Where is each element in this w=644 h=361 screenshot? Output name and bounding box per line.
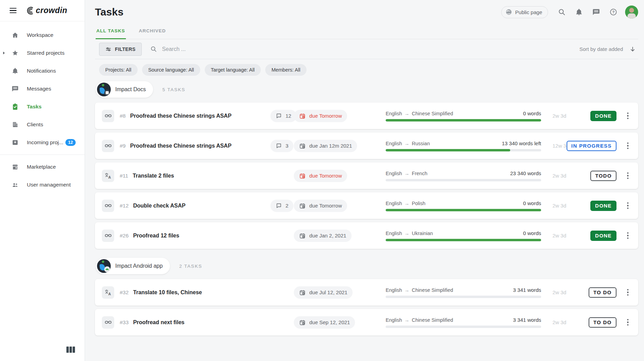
due-date-pill: due Tomorrow bbox=[294, 110, 347, 122]
task-row[interactable]: A #32 Translate 10 files, Chinese due Ju… bbox=[95, 279, 638, 306]
home-icon bbox=[11, 31, 19, 39]
sidebar-item-workspace[interactable]: Workspace bbox=[0, 26, 85, 44]
due-date-pill: due Tomorrow bbox=[294, 200, 347, 212]
task-title[interactable]: Translate 2 files bbox=[133, 173, 174, 179]
kebab-menu-icon[interactable] bbox=[626, 171, 630, 181]
arrow-right-icon: → bbox=[405, 201, 410, 206]
collapse-columns-icon[interactable] bbox=[66, 347, 75, 353]
sidebar-item-notifications[interactable]: Notifications bbox=[0, 62, 85, 80]
project-pill[interactable]: Impact Docs bbox=[96, 81, 153, 98]
task-row[interactable]: #26 Proofread 12 files due Jan 2, 2021 E… bbox=[95, 222, 638, 249]
hamburger-menu-icon[interactable] bbox=[8, 6, 19, 15]
kebab-menu-icon[interactable] bbox=[626, 288, 630, 297]
progress-bar bbox=[386, 179, 541, 181]
arrow-right-icon: → bbox=[405, 287, 410, 293]
sidebar-item-user-management[interactable]: User management bbox=[0, 176, 85, 194]
comments-pill[interactable]: 12 bbox=[270, 110, 297, 122]
task-row[interactable]: #8 Proofread these Chinese strings ASAP … bbox=[95, 103, 638, 129]
sort-label: Sort by date added bbox=[579, 46, 623, 52]
task-row[interactable]: #9 Proofread these Chinese strings ASAP … bbox=[95, 132, 638, 159]
expand-arrow-icon[interactable] bbox=[3, 52, 5, 54]
comment-icon bbox=[276, 142, 282, 149]
project-pill[interactable]: Impact Android app bbox=[96, 258, 170, 274]
crowdin-logo-mark-icon bbox=[24, 6, 34, 16]
source-language: English bbox=[386, 287, 402, 293]
filter-chip-source-language-all[interactable]: Source language: All bbox=[142, 64, 200, 76]
sidebar-item-starred-projects[interactable]: Starred projects bbox=[0, 44, 85, 62]
task-age: 2w 3d bbox=[552, 113, 566, 119]
user-avatar[interactable] bbox=[625, 6, 638, 19]
tab-all-tasks[interactable]: ALL TASKS bbox=[96, 25, 126, 39]
filters-label: FILTERS bbox=[115, 46, 136, 52]
task-title[interactable]: Proofread 12 files bbox=[133, 233, 179, 239]
group-task-count: 2 TASKS bbox=[179, 264, 202, 269]
sort-control[interactable]: Sort by date added bbox=[579, 46, 636, 53]
comments-pill[interactable]: 2 bbox=[270, 200, 293, 212]
task-title[interactable]: Translate 10 files, Chinese bbox=[133, 289, 202, 296]
language-progress: English→Chinese Simplified 3 341 words bbox=[386, 287, 541, 298]
progress-fill bbox=[386, 149, 510, 151]
notifications-button[interactable] bbox=[572, 5, 586, 19]
sidebar-item-label: User management bbox=[27, 182, 71, 188]
tab-archived[interactable]: ARCHIVED bbox=[138, 25, 167, 39]
calendar-icon bbox=[299, 289, 306, 296]
comments-pill[interactable]: 3 bbox=[270, 140, 293, 152]
status-badge: DONE bbox=[590, 111, 616, 121]
glasses-icon bbox=[102, 110, 114, 122]
due-date-label: due Sep 12, 2021 bbox=[309, 319, 350, 325]
sidebar-item-tasks[interactable]: Tasks bbox=[0, 98, 85, 116]
sort-direction-icon[interactable] bbox=[629, 46, 636, 53]
filter-chip-members-all[interactable]: Members: All bbox=[265, 64, 307, 76]
kebab-menu-icon[interactable] bbox=[626, 201, 630, 211]
project-avatar bbox=[97, 259, 111, 273]
task-row[interactable]: #12 Double check ASAP 2 due Tomorrow Eng… bbox=[95, 192, 638, 219]
project-avatar bbox=[97, 83, 111, 96]
search-input[interactable] bbox=[161, 46, 326, 53]
sidebar-item-label: Notifications bbox=[27, 68, 56, 74]
source-language: English bbox=[386, 201, 402, 206]
word-count: 3 341 words bbox=[513, 317, 541, 323]
translate-icon: A bbox=[102, 170, 114, 182]
task-title[interactable]: Proofread these Chinese strings ASAP bbox=[130, 143, 232, 149]
task-title[interactable]: Proofread these Chinese strings ASAP bbox=[130, 113, 232, 119]
messages-icon bbox=[11, 85, 19, 93]
arrow-right-icon: → bbox=[405, 317, 410, 323]
kebab-menu-icon[interactable] bbox=[626, 111, 630, 121]
progress-fill bbox=[386, 239, 541, 241]
sidebar-item-messages[interactable]: Messages bbox=[0, 80, 85, 98]
kebab-menu-icon[interactable] bbox=[626, 231, 630, 241]
sidebar-item-marketplace[interactable]: Marketplace bbox=[0, 158, 85, 176]
filters-button[interactable]: FILTERS bbox=[99, 43, 142, 56]
target-language: Chinese Simplified bbox=[412, 111, 453, 116]
source-language: English bbox=[386, 171, 402, 176]
task-title[interactable]: Double check ASAP bbox=[133, 203, 185, 209]
search-button[interactable] bbox=[555, 5, 569, 19]
messages-button[interactable] bbox=[589, 5, 603, 19]
search-icon bbox=[558, 8, 566, 16]
glasses-icon bbox=[102, 316, 114, 329]
page-title: Tasks bbox=[95, 6, 124, 18]
sidebar-item-incoming-proj[interactable]: Incoming proj... 12 bbox=[0, 134, 85, 151]
kebab-menu-icon[interactable] bbox=[626, 318, 630, 327]
sidebar: crowdin Workspace Starred projects Notif… bbox=[0, 0, 85, 361]
filter-chip-projects-all[interactable]: Projects: All bbox=[99, 64, 138, 76]
sidebar-item-clients[interactable]: Clients bbox=[0, 116, 85, 134]
public-page-button[interactable]: Public page bbox=[501, 6, 548, 18]
due-date-pill: due Tomorrow bbox=[294, 170, 347, 182]
task-id: #9 bbox=[120, 143, 126, 149]
task-id: #33 bbox=[120, 319, 129, 326]
task-row[interactable]: #33 Proofread next files due Sep 12, 202… bbox=[95, 309, 638, 336]
svg-text:A: A bbox=[108, 175, 111, 179]
filter-chip-target-language-all[interactable]: Target language: All bbox=[205, 64, 261, 76]
crowdin-logo[interactable]: crowdin bbox=[24, 6, 67, 16]
progress-bar bbox=[386, 326, 541, 328]
task-group: Impact Android app 2 TASKS A #32 Transla… bbox=[95, 258, 638, 336]
kebab-menu-icon[interactable] bbox=[626, 141, 630, 151]
arrow-right-icon: → bbox=[405, 171, 410, 176]
help-button[interactable]: ? bbox=[607, 5, 620, 19]
task-row[interactable]: A #11 Translate 2 files due Tomorrow Eng… bbox=[95, 162, 638, 189]
search-icon bbox=[150, 45, 157, 53]
word-count: 0 words bbox=[523, 200, 541, 206]
task-title[interactable]: Proofread next files bbox=[133, 319, 184, 326]
calendar-icon bbox=[299, 202, 306, 209]
